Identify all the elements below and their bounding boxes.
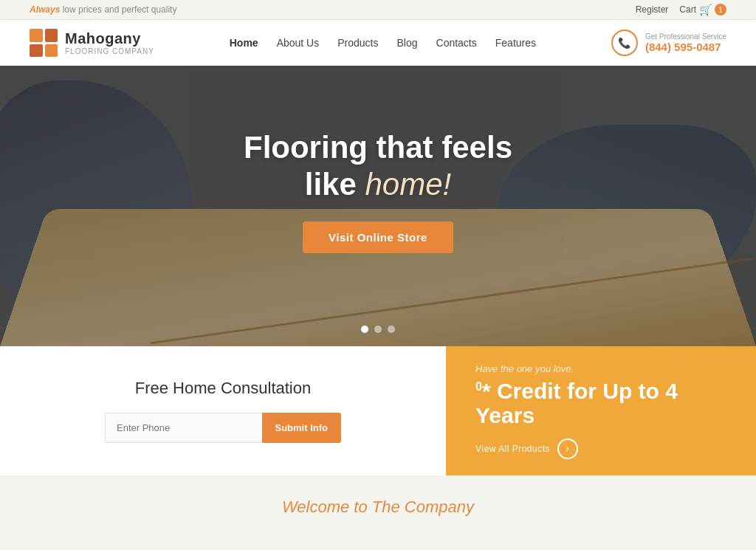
nav-features[interactable]: Features — [495, 37, 536, 49]
logo-tile-3 — [30, 44, 43, 58]
credit-panel: Have the one you love. 0* Credit for Up … — [446, 346, 756, 475]
hero-title: Flooring that feels like home! — [244, 129, 512, 204]
phone-input[interactable] — [105, 413, 262, 443]
cart-icon: 🛒 — [699, 4, 712, 16]
welcome-section: Welcome to The Company — [0, 475, 756, 524]
cart-wrapper[interactable]: Cart 🛒 1 — [679, 4, 726, 16]
logo-text: Mahogany Flooring company — [65, 30, 154, 55]
logo-tile-2 — [45, 29, 58, 42]
contact-info: Get Professional Service (844) 595-0487 — [645, 32, 726, 53]
visit-store-button[interactable]: Visit Online Store — [303, 221, 453, 253]
credit-title: 0* Credit for Up to 4 Years — [475, 379, 726, 427]
submit-button[interactable]: Submit Info — [262, 413, 342, 443]
nav-about[interactable]: About Us — [277, 37, 320, 49]
credit-main: * Credit for Up to 4 Years — [475, 379, 678, 427]
credit-subtitle: Have the one you love. — [475, 363, 726, 374]
main-nav: Home About Us Products Blog Contacts Fea… — [230, 37, 536, 49]
nav-contacts[interactable]: Contacts — [436, 37, 477, 49]
nav-blog[interactable]: Blog — [396, 37, 417, 49]
cart-label: Cart — [679, 4, 696, 15]
phone-number[interactable]: (844) 595-0487 — [645, 41, 726, 53]
consultation-title: Free Home Consultation — [135, 379, 311, 398]
view-products-link[interactable]: View All Products › — [475, 439, 726, 459]
header-contact: 📞 Get Professional Service (844) 595-048… — [611, 30, 726, 56]
tagline-suffix: low prices and perfect quality — [60, 4, 176, 15]
hero-title-line2-italic: home! — [365, 167, 451, 202]
phone-icon: 📞 — [611, 30, 638, 56]
nav-products[interactable]: Products — [337, 37, 378, 49]
logo-tile-1 — [30, 29, 43, 42]
consultation-form: Submit Info — [105, 413, 341, 443]
consultation-panel: Free Home Consultation Submit Info — [0, 346, 446, 475]
header: Mahogany Flooring company Home About Us … — [0, 20, 756, 66]
cart-badge: 1 — [715, 4, 726, 16]
tagline: Always low prices and perfect quality — [30, 4, 176, 15]
welcome-text: Welcome to The Company — [15, 498, 741, 517]
hero-content: Flooring that feels like home! Visit Onl… — [0, 66, 756, 346]
nav-home[interactable]: Home — [230, 37, 258, 49]
arrow-circle-icon: › — [557, 439, 578, 459]
hero-title-line2-normal: like — [305, 167, 365, 202]
logo-name: Mahogany — [65, 30, 154, 47]
hero-section: Flooring that feels like home! Visit Onl… — [0, 66, 756, 346]
view-products-label: View All Products — [475, 444, 550, 454]
hero-title-line1: Flooring that feels — [244, 130, 512, 165]
logo-icon — [30, 29, 58, 57]
get-service-text: Get Professional Service — [645, 32, 726, 41]
top-bar: Always low prices and perfect quality Re… — [0, 0, 756, 20]
logo[interactable]: Mahogany Flooring company — [30, 29, 154, 57]
tagline-always: Always — [30, 4, 60, 15]
top-bar-right: Register Cart 🛒 1 — [636, 4, 726, 16]
below-hero: Free Home Consultation Submit Info Have … — [0, 346, 756, 475]
logo-subtitle: Flooring company — [65, 47, 154, 55]
register-link[interactable]: Register — [636, 4, 669, 15]
credit-sup: 0 — [475, 380, 482, 393]
logo-tile-4 — [45, 44, 58, 58]
